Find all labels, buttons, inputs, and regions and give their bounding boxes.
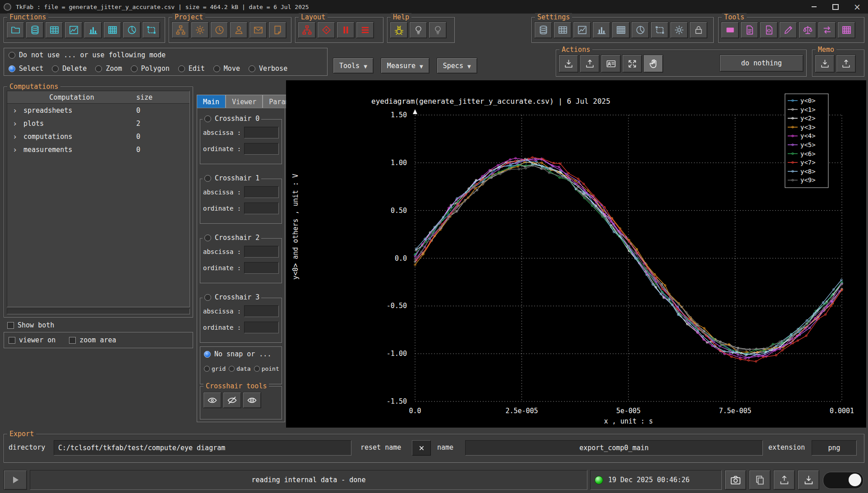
grid-button[interactable] xyxy=(612,22,630,38)
user-button[interactable] xyxy=(230,22,248,38)
snap-data-radio[interactable]: data xyxy=(229,365,250,372)
no-snap-radio[interactable]: No snap or ... xyxy=(204,350,271,358)
hand-button[interactable] xyxy=(643,55,663,73)
menu-button[interactable] xyxy=(356,22,374,38)
horizontal-scrollbar[interactable] xyxy=(7,309,190,314)
mode-radio-polygon[interactable]: Polygon xyxy=(131,65,170,73)
clipboard-button[interactable] xyxy=(749,470,771,490)
mode-radio-select[interactable]: Select xyxy=(9,65,43,73)
tab-main[interactable]: Main xyxy=(197,95,226,108)
bug-button[interactable] xyxy=(390,22,408,38)
computation-row-measurements[interactable]: ›measurements0 xyxy=(7,143,189,156)
clock-button[interactable] xyxy=(210,22,228,38)
mode-radio-delete[interactable]: Delete xyxy=(52,65,87,73)
name-input[interactable] xyxy=(465,440,763,456)
maximize-button[interactable] xyxy=(825,0,846,14)
note-button[interactable] xyxy=(268,22,286,38)
grid-button[interactable] xyxy=(103,22,121,38)
zoom-area-checkbox[interactable]: zoom area xyxy=(69,336,116,344)
do-nothing-button[interactable]: do nothing xyxy=(720,55,803,72)
chevron-right-icon[interactable]: › xyxy=(13,145,23,154)
extension-input[interactable] xyxy=(812,440,857,456)
diamond-button[interactable] xyxy=(317,22,335,38)
plot-canvas[interactable]: 0.02.5e-0055e-0057.5e-0050.00011.501.000… xyxy=(286,80,866,428)
crosshair-1-ordinate-input[interactable] xyxy=(244,203,279,214)
measure-menu-button[interactable]: Measure▼ xyxy=(381,58,429,74)
directory-input[interactable] xyxy=(54,440,351,456)
chevron-right-icon[interactable]: › xyxy=(13,106,23,115)
import-button[interactable] xyxy=(815,55,835,73)
do-not-use-radio[interactable]: Do not use ... or use following mode xyxy=(9,51,323,59)
tools-menu-button[interactable]: Tools▼ xyxy=(333,58,374,74)
select-area-button[interactable] xyxy=(651,22,669,38)
crosshair-1-radio[interactable]: Crosshair 1 xyxy=(203,174,261,182)
tree-button[interactable] xyxy=(171,22,189,38)
panel-button[interactable] xyxy=(721,22,739,38)
line-chart-button[interactable] xyxy=(573,22,591,38)
card-button[interactable] xyxy=(601,55,621,73)
table-button[interactable] xyxy=(45,22,63,38)
line-chart-button[interactable] xyxy=(65,22,83,38)
crosshair-0-abscissa-input[interactable] xyxy=(244,127,279,138)
gear-button[interactable] xyxy=(191,22,209,38)
mail-button[interactable] xyxy=(249,22,267,38)
import-button[interactable] xyxy=(559,55,578,73)
reset-name-button[interactable] xyxy=(412,440,431,456)
computation-row-computations[interactable]: ›computations0 xyxy=(7,130,189,143)
snap-point-radio[interactable]: point xyxy=(254,365,279,372)
bulb-button[interactable] xyxy=(429,22,447,38)
database-button[interactable] xyxy=(534,22,552,38)
eye-button[interactable] xyxy=(203,392,222,408)
pie-chart-button[interactable] xyxy=(123,22,141,38)
folder-button[interactable] xyxy=(6,22,24,38)
bar-chart-button[interactable] xyxy=(592,22,610,38)
export-button[interactable] xyxy=(836,55,856,73)
run-button[interactable] xyxy=(4,470,27,490)
document-button[interactable] xyxy=(740,22,758,38)
grid-button[interactable] xyxy=(837,22,855,38)
bulb-button[interactable] xyxy=(409,22,427,38)
tab-viewer[interactable]: Viewer xyxy=(226,95,263,108)
pie-chart-button[interactable] xyxy=(631,22,649,38)
gear-button[interactable] xyxy=(670,22,688,38)
tree-button[interactable] xyxy=(298,22,316,38)
mode-radio-verbose[interactable]: Verbose xyxy=(249,65,287,73)
close-button[interactable]: × xyxy=(846,0,868,14)
crosshair-3-abscissa-input[interactable] xyxy=(244,305,279,317)
swap-arrows-button[interactable] xyxy=(818,22,836,38)
mode-radio-edit[interactable]: Edit xyxy=(178,65,205,73)
pencil-button[interactable] xyxy=(779,22,797,38)
power-toggle[interactable] xyxy=(823,472,863,489)
crosshair-1-abscissa-input[interactable] xyxy=(244,186,279,198)
eye-off-button[interactable] xyxy=(223,392,241,408)
lock-button[interactable] xyxy=(689,22,707,38)
crosshair-3-radio[interactable]: Crosshair 3 xyxy=(203,293,261,301)
crosshair-2-abscissa-input[interactable] xyxy=(244,246,279,258)
expand-button[interactable] xyxy=(622,55,642,73)
computation-row-spreadsheets[interactable]: ›spreadsheets0 xyxy=(7,104,189,117)
select-area-button[interactable] xyxy=(142,22,160,38)
doc-code-button[interactable] xyxy=(760,22,778,38)
bar-chart-button[interactable] xyxy=(84,22,102,38)
eye-scan-button[interactable] xyxy=(243,392,261,408)
show-both-checkbox[interactable]: Show both xyxy=(7,321,54,329)
specs-menu-button[interactable]: Specs▼ xyxy=(437,58,477,74)
pause-button[interactable] xyxy=(337,22,355,38)
snap-grid-radio[interactable]: grid xyxy=(204,365,226,372)
camera-button[interactable] xyxy=(725,470,746,490)
viewer-on-checkbox[interactable]: viewer on xyxy=(9,336,55,344)
export-button[interactable] xyxy=(580,55,600,73)
chevron-right-icon[interactable]: › xyxy=(13,119,23,128)
crosshair-3-ordinate-input[interactable] xyxy=(244,322,279,333)
crosshair-0-ordinate-input[interactable] xyxy=(244,143,279,155)
chevron-right-icon[interactable]: › xyxy=(13,132,23,141)
table-button[interactable] xyxy=(554,22,572,38)
database-button[interactable] xyxy=(26,22,44,38)
mode-radio-zoom[interactable]: Zoom xyxy=(95,65,122,73)
crosshair-0-radio[interactable]: Crosshair 0 xyxy=(203,115,261,123)
computation-row-plots[interactable]: ›plots2 xyxy=(7,117,189,130)
crosshair-2-ordinate-input[interactable] xyxy=(244,262,279,274)
import-button[interactable] xyxy=(798,470,819,490)
minimize-button[interactable] xyxy=(803,0,825,14)
crosshair-2-radio[interactable]: Crosshair 2 xyxy=(203,234,261,242)
